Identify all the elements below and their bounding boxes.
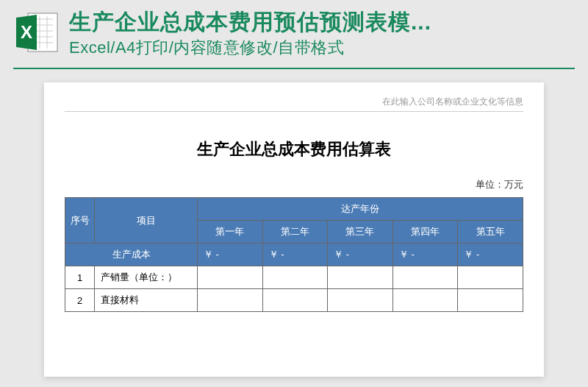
header-text-block: 生产企业总成本费用预估预测表模... Excel/A4打印/内容随意修改/自带格… [69,9,575,59]
cell-value: ￥ - [198,244,263,266]
th-project: 项目 [95,198,198,244]
cell-value [198,266,263,289]
table-row: 生产成本 ￥ - ￥ - ￥ - ￥ - ￥ - [65,244,523,266]
th-year-group: 达产年份 [198,198,523,221]
cell-value [328,289,393,312]
cell-value: ￥ - [458,244,523,266]
header-bar: X 生产企业总成本费用预估预测表模... Excel/A4打印/内容随意修改/自… [0,0,588,65]
cell-project: 直接材料 [95,289,198,312]
cell-value [198,289,263,312]
cell-value [262,289,328,312]
th-year-5: 第五年 [458,221,523,244]
svg-text:X: X [21,22,32,42]
company-hint: 在此输入公司名称或企业文化等信息 [65,96,523,112]
cell-value [392,266,458,289]
document-preview: 在此输入公司名称或企业文化等信息 生产企业总成本费用估算表 单位：万元 序号 项… [44,82,544,377]
cell-value: ￥ - [392,244,458,266]
th-year-4: 第四年 [392,221,458,244]
unit-label: 单位：万元 [65,178,523,191]
cell-value [458,266,523,289]
cell-value [262,266,328,289]
page-subtitle: Excel/A4打印/内容随意修改/自带格式 [69,37,575,59]
cell-value: ￥ - [262,244,328,266]
page-title: 生产企业总成本费用预估预测表模... [69,9,575,35]
th-year-2: 第二年 [262,221,328,244]
cell-value: ￥ - [328,244,393,266]
th-year-1: 第一年 [198,221,263,244]
document-title: 生产企业总成本费用估算表 [65,138,523,160]
cell-seq: 2 [65,289,95,312]
cell-value [328,266,393,289]
table-row: 2 直接材料 [65,289,523,312]
cost-table: 序号 项目 达产年份 第一年 第二年 第三年 第四年 第五年 生产成本 ￥ - … [65,197,523,312]
excel-icon: X [13,9,60,56]
cell-value [458,289,523,312]
header-divider [13,68,575,69]
cell-seq: 1 [65,266,95,289]
table-header-row-1: 序号 项目 达产年份 [65,198,523,221]
cell-project: 产销量（单位：） [95,266,198,289]
th-year-3: 第三年 [328,221,393,244]
table-row: 1 产销量（单位：） [65,266,523,289]
section-label: 生产成本 [65,244,198,266]
cell-value [392,289,458,312]
th-seq: 序号 [65,198,95,244]
